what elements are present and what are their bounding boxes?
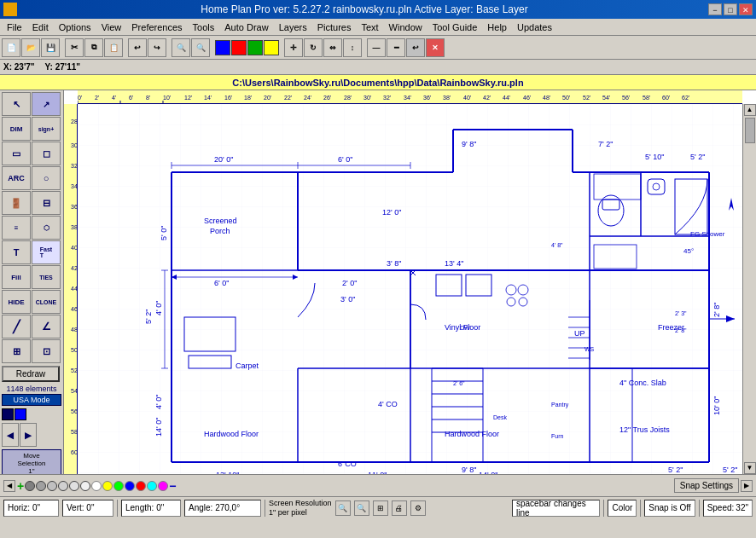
menu-updates[interactable]: Updates xyxy=(512,20,557,34)
move-button[interactable]: ✛ xyxy=(284,38,303,57)
undo2-button[interactable]: ↩ xyxy=(406,38,425,57)
dim-tool[interactable]: DIM xyxy=(2,117,31,141)
undo-button[interactable]: ↩ xyxy=(128,38,147,57)
zoom-rect-status[interactable]: ⊞ xyxy=(373,500,388,516)
arc-tool[interactable]: ARC xyxy=(2,166,31,190)
zoom-tool[interactable]: ⊡ xyxy=(32,339,61,363)
floor-plan[interactable]: Screened Porch xyxy=(78,104,756,474)
stair-tool[interactable]: ≡ xyxy=(2,216,31,240)
rect-tool[interactable]: ◻ xyxy=(32,142,61,165)
angle-tool[interactable]: ∠ xyxy=(32,315,61,338)
menu-options[interactable]: Options xyxy=(54,20,96,34)
color-dot-7[interactable] xyxy=(91,481,102,491)
close-button[interactable]: ✕ xyxy=(739,3,753,15)
zoom-out-status[interactable]: 🔍 xyxy=(354,500,369,516)
fill-tool[interactable]: Fill xyxy=(2,265,31,289)
color-swatch-blue[interactable] xyxy=(15,408,26,420)
remove-btn[interactable]: − xyxy=(169,479,176,493)
open-button[interactable]: 📂 xyxy=(21,38,40,57)
sign-tool[interactable]: sign+ xyxy=(32,117,61,141)
screen-res-text: Screen Resolution xyxy=(269,499,332,508)
maximize-button[interactable]: □ xyxy=(724,3,737,15)
color-dot-10[interactable] xyxy=(125,481,135,491)
pointer-tool[interactable]: ↗ xyxy=(32,92,61,116)
scroll-down-btn[interactable]: ▼ xyxy=(744,462,756,474)
canvas-area[interactable]: 0' 2' 4' 6' 8' 10' 12' 14' 16' 18' 20' 2… xyxy=(64,90,756,474)
zoom-out-button[interactable]: 🔍 xyxy=(191,38,210,57)
svg-text:6': 6' xyxy=(129,95,133,101)
window-tool-btn[interactable]: ⊟ xyxy=(32,191,61,215)
line-width-1[interactable]: — xyxy=(367,38,386,57)
color-dot-11[interactable] xyxy=(136,481,146,491)
color-dot-9[interactable] xyxy=(113,481,124,491)
tiles-tool[interactable]: TIES xyxy=(32,265,61,289)
color-dot-8[interactable] xyxy=(102,481,113,491)
poly-tool[interactable]: ⬡ xyxy=(32,216,61,240)
color-dot-13[interactable] xyxy=(158,481,168,491)
menu-tools[interactable]: Tools xyxy=(188,20,220,34)
menu-autodraw[interactable]: Auto Draw xyxy=(219,20,273,34)
new-button[interactable]: 📄 xyxy=(2,38,20,57)
minimize-button[interactable]: − xyxy=(708,3,722,15)
paste-button[interactable]: 📋 xyxy=(104,38,123,57)
print-status[interactable]: 🖨 xyxy=(392,500,407,516)
color-dot-12[interactable] xyxy=(147,481,157,491)
flip-button[interactable]: ⇔ xyxy=(323,38,342,57)
settings-status[interactable]: ⚙ xyxy=(410,500,426,516)
color-box-green[interactable] xyxy=(247,40,263,55)
hide-tool[interactable]: HIDE xyxy=(2,290,31,314)
svg-text:UP: UP xyxy=(574,329,585,338)
scroll-up-btn[interactable]: ▲ xyxy=(744,104,756,116)
menu-window[interactable]: Window xyxy=(384,20,427,34)
color-dot-6[interactable] xyxy=(80,481,90,491)
line-width-2[interactable]: ━ xyxy=(387,38,405,57)
menu-toolguide[interactable]: Tool Guide xyxy=(427,20,483,34)
color-box-blue[interactable] xyxy=(215,40,230,55)
menu-help[interactable]: Help xyxy=(482,20,512,34)
color-box-yellow[interactable] xyxy=(264,40,279,55)
scroll-thumb[interactable] xyxy=(745,118,755,143)
cancel-button[interactable]: ✕ xyxy=(426,38,445,57)
wall-tool[interactable]: ▭ xyxy=(2,142,31,165)
menu-edit[interactable]: Edit xyxy=(27,20,54,34)
color-dot-4[interactable] xyxy=(58,481,68,491)
text-tool[interactable]: T xyxy=(2,240,31,264)
v-scrollbar[interactable]: ▲ ▼ xyxy=(742,104,756,474)
snap-settings-btn[interactable]: Snap Settings xyxy=(674,478,739,493)
select-tool[interactable]: ↖ xyxy=(2,92,31,116)
save-button[interactable]: 💾 xyxy=(41,38,60,57)
zoom-in-button[interactable]: 🔍 xyxy=(172,38,190,57)
menu-pictures[interactable]: Pictures xyxy=(312,20,357,34)
redo-button[interactable]: ↪ xyxy=(148,38,166,57)
color-box-red[interactable] xyxy=(231,40,247,55)
scroll-right[interactable]: ▶ xyxy=(20,423,37,447)
move-selection[interactable]: MoveSelection1" xyxy=(2,449,61,474)
add-btn[interactable]: + xyxy=(17,479,24,493)
color-dot-1[interactable] xyxy=(25,481,35,491)
circle-tool[interactable]: ○ xyxy=(32,166,61,190)
rotate-button[interactable]: ↻ xyxy=(304,38,323,57)
menu-text[interactable]: Text xyxy=(356,20,383,34)
cut-button[interactable]: ✂ xyxy=(65,38,84,57)
svg-text:34': 34' xyxy=(71,183,78,189)
mirror-button[interactable]: ↕ xyxy=(343,38,362,57)
menu-preferences[interactable]: Preferences xyxy=(126,20,187,34)
pan-tool[interactable]: ⊞ xyxy=(2,339,31,363)
scroll-left[interactable]: ◀ xyxy=(2,423,19,447)
zoom-in-status[interactable]: 🔍 xyxy=(335,500,351,516)
menu-layers[interactable]: Layers xyxy=(274,20,312,34)
color-dot-5[interactable] xyxy=(69,481,79,491)
clone-tool[interactable]: CLONE xyxy=(32,290,61,314)
line-tool[interactable]: ╱ xyxy=(2,315,31,338)
redraw-button[interactable]: Redraw xyxy=(2,366,60,382)
copy-button[interactable]: ⧉ xyxy=(84,38,103,57)
color-swatch-dark[interactable] xyxy=(2,408,14,420)
door-tool[interactable]: 🚪 xyxy=(2,191,31,215)
color-dot-3[interactable] xyxy=(47,481,57,491)
h-scroll-right[interactable]: ▶ xyxy=(741,480,753,492)
color-dot-2[interactable] xyxy=(36,481,46,491)
menu-file[interactable]: File xyxy=(2,20,27,34)
h-scroll-left[interactable]: ◀ xyxy=(3,480,15,492)
menu-view[interactable]: View xyxy=(96,20,127,34)
fast-text-tool[interactable]: FastT xyxy=(32,240,61,264)
